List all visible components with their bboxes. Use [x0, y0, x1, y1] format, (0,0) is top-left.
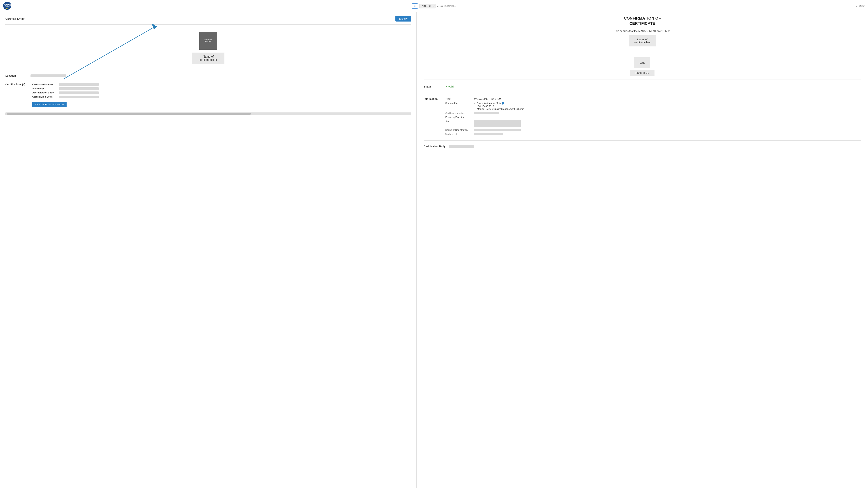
top-nav: INTERNATIONAL ACCREDITATION FORUM IAF ≡ … [0, 0, 868, 12]
check-icon: ✓ [445, 85, 447, 88]
star-icon: ☆ [856, 5, 858, 7]
economy-label: Economy/Country: [445, 116, 470, 119]
accredited-item: Accredited, under MLA i [477, 102, 861, 104]
certifications-section: Certifications (1) Certificate Number: S… [5, 80, 411, 110]
status-value: ✓ Valid [445, 85, 454, 88]
iso-text: ISO 13485:2016 [477, 105, 861, 108]
mla-icon: i [502, 102, 504, 104]
main-layout: Certified Entity Enquiry CERTIFIED ENTIT… [0, 12, 868, 488]
watch-label: Watch [859, 5, 865, 7]
certifies-text: This certifies that the MANAGEMENT SYSTE… [424, 30, 861, 32]
site-row: Site: [445, 120, 861, 127]
cert-number-info-label: Certificate number: [445, 112, 470, 115]
confirmation-title: CONFIRMATION OF CERTIFICATE [424, 16, 861, 26]
standards-info-value: Accredited, under MLA i ISO 13485:2016 M… [474, 102, 861, 110]
updated-value [474, 133, 503, 135]
cert-body-section: Certification Body [424, 143, 861, 150]
accreditation-value [59, 92, 99, 94]
right-panel: CONFIRMATION OF CERTIFICATE This certifi… [416, 12, 868, 488]
entity-section: CERTIFIED ENTITY Name of certified clien… [5, 28, 411, 68]
hamburger-button[interactable]: ≡ [412, 3, 418, 9]
information-label: Information [424, 98, 442, 100]
site-label: Site: [445, 120, 470, 123]
scroll-thumb [7, 113, 251, 115]
certified-entity-label: Certified Entity [5, 17, 25, 20]
standards-row: Standard(s): [32, 87, 411, 90]
location-section: Location [5, 71, 411, 80]
cb-section: Logo Name of CB [424, 57, 861, 79]
cb-name-box: Name of CB [630, 70, 654, 76]
entity-name: Name of certified client [199, 55, 217, 61]
cert-number-value [59, 83, 99, 86]
cert-body-label: Certification Body: [32, 95, 59, 98]
iaf-logo: INTERNATIONAL ACCREDITATION FORUM IAF [3, 1, 11, 10]
status-section: Status ✓ Valid [424, 83, 861, 93]
cert-number-row: Certificate Number: [32, 83, 411, 86]
site-value [474, 120, 521, 127]
cert-number-info-row: Certificate number: [445, 112, 861, 115]
cert-number-label: Certificate Number: [32, 83, 59, 86]
accreditation-label: Accreditation Body: [32, 91, 59, 94]
scope-value [474, 129, 521, 131]
status-row: Status ✓ Valid [424, 85, 861, 88]
watch-button[interactable]: ☆ Watch [856, 5, 865, 7]
standards-info-row: Standard(s): Accredited, under MLA i ISO… [445, 102, 861, 110]
title-line1: CONFIRMATION OF [424, 16, 861, 21]
left-panel: Certified Entity Enquiry CERTIFIED ENTIT… [0, 12, 416, 488]
status-label: Status [424, 85, 442, 88]
scope-row: Scope of Registration: [445, 129, 861, 131]
economy-row: Economy/Country: [445, 116, 861, 119]
standards-label: Standard(s): [32, 87, 59, 90]
type-label: Type: [445, 98, 470, 100]
accreditation-row: Accreditation Body: [32, 91, 411, 94]
location-value [31, 74, 66, 77]
svg-text:INTERNATIONAL: INTERNATIONAL [3, 4, 11, 5]
type-row: Type: MANAGEMENT SYSTEM [445, 98, 861, 100]
left-panel-header: Certified Entity Enquiry [5, 16, 411, 25]
enquiry-button[interactable]: Enquiry [396, 16, 411, 22]
right-client-section: Name of certified client [424, 35, 861, 54]
cb-logo-box: Logo [634, 57, 650, 68]
horizontal-scrollbar[interactable] [5, 112, 411, 115]
cert-body-section-value [449, 145, 474, 148]
standards-info-label: Standard(s): [445, 102, 470, 104]
updated-label: Updated at: [445, 133, 470, 135]
scope-label: Scope of Registration: [445, 129, 470, 131]
updated-row: Updated at: [445, 133, 861, 135]
title-line2: CERTIFICATE [424, 21, 861, 26]
nav-center: ≡ 언어 선택 Google 번역에서 제공 [412, 3, 456, 9]
certifications-label: Certifications (1) [5, 83, 29, 107]
info-details: Type: MANAGEMENT SYSTEM Standard(s): Acc… [445, 98, 861, 135]
cert-body-section-label: Certification Body [424, 145, 445, 148]
svg-text:ACCREDITATION: ACCREDITATION [3, 5, 11, 6]
svg-text:IAF: IAF [6, 7, 9, 9]
cert-number-info-value [474, 112, 499, 114]
scheme-text: Medical Device Quality Management Scheme [477, 108, 861, 110]
cert-details: Certificate Number: Standard(s): Accredi… [32, 83, 411, 107]
cert-body-row: Certification Body: [32, 95, 411, 98]
standards-value [59, 87, 99, 90]
entity-logo: CERTIFIED ENTITY [199, 32, 217, 50]
entity-name-box: Name of certified client [192, 53, 224, 64]
location-label: Location [5, 74, 27, 77]
cb-name: Name of CB [636, 71, 649, 74]
type-value: MANAGEMENT SYSTEM [474, 98, 861, 100]
language-select[interactable]: 언어 선택 [419, 4, 435, 8]
information-row: Information Type: MANAGEMENT SYSTEM Stan… [424, 98, 861, 135]
cb-logo-label: Logo [640, 61, 645, 64]
client-name-box: Name of certified client [629, 35, 656, 46]
information-section: Information Type: MANAGEMENT SYSTEM Stan… [424, 95, 861, 140]
google-translate-label: Google 번역에서 제공 [437, 5, 456, 7]
hamburger-icon: ≡ [414, 5, 415, 7]
client-name: Name of certified client [634, 38, 651, 44]
view-cert-button[interactable]: View Certificate Information [32, 102, 67, 107]
cert-body-value [59, 96, 99, 98]
valid-text: Valid [448, 85, 454, 88]
